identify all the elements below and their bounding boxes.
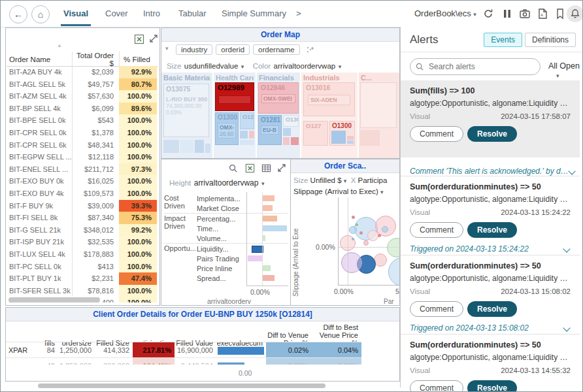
alert-card[interactable]: Sum(orderdurationminutes) => 50 algotype… [401,176,580,253]
bubble[interactable] [359,231,363,235]
table-row[interactable]: BIT-ISP BUY 21k$32,535100.0% [7,236,158,248]
treemap-node[interactable]: O1281 EU-B [258,115,282,145]
treemap-group-basic-materials[interactable]: Basic Materials O13075 L-RIO BUY 300 74,… [161,73,212,158]
bar[interactable] [262,205,273,211]
alert-card[interactable]: Sum(orderdurationminutes) => 50 algotype… [401,255,580,333]
table-row[interactable]: BIT-AGL SELL 5k$49,75780.7% [7,78,158,91]
alert-card[interactable]: Sum(fills) => 100 algotype:Opportunistic… [401,80,580,157]
tab-cover[interactable]: Cover [105,1,128,26]
window-horizontal-scrollbar[interactable] [38,384,325,388]
horizontal-scrollbar[interactable] [8,297,100,302]
table-grid-icon[interactable] [261,163,271,173]
bubble[interactable] [388,257,400,286]
bubble[interactable] [352,216,355,219]
tab-simple-summary[interactable]: Simple Summary [222,1,286,26]
breadcrumb-chip[interactable]: ordername [253,44,300,55]
expand-icon[interactable] [149,34,158,43]
status-filter-dropdown[interactable]: All Open ▾ [548,61,582,80]
pdf-export-icon[interactable]: A [537,8,548,20]
column-header[interactable]: % Filled [119,56,157,63]
panel-title[interactable]: Order Map [161,28,399,42]
treemap-node[interactable]: O1300 [329,121,355,146]
tab-visual[interactable]: Visual [63,1,88,26]
back-button[interactable]: ← [9,5,27,24]
expand-icon[interactable] [277,163,286,172]
table-row[interactable]: XPAR 84 1,250,000 414,332 217.81% 16,900… [6,342,399,357]
treemap-node[interactable]: O130 [283,115,299,127]
size-value-dropdown[interactable]: Unfilled $ [310,176,342,184]
comment-button[interactable]: Comment [410,222,463,238]
bubble[interactable] [387,238,400,257]
column-header[interactable]: Total Order $ [72,52,119,67]
table-row[interactable]: BIT-AZM SELL 4k$57,630100.0% [7,90,158,103]
home-button[interactable]: ⌂ [31,5,50,24]
alert-footer[interactable]: Comment 'This alert is acknowledged.' by… [410,167,576,176]
treemap-group-health-care[interactable]: Health Care O12989 O1300- OMX- 26,60 O12… [214,73,256,158]
table-row[interactable]: BIT-CPR SELL 0k$1,378100.0% [7,127,158,139]
table-row[interactable]: BIT-CPR SELL 6k$48,341100.0% [7,139,158,152]
table-row[interactable]: BIT-F BUY 9k$39,00939.3% [7,200,158,212]
treemap-node[interactable] [283,128,291,136]
color-value-dropdown[interactable]: arrivaltoordervwap [274,62,336,70]
treemap-node[interactable]: O13075 L-RIO BUY 300 74,300,000.00 0.03% [163,84,209,137]
table-row-clipped[interactable]: 42 1,250,000 306,362 104.49% 9,443,504 0… [6,357,399,365]
treemap-node[interactable] [283,137,290,145]
more-tabs-button[interactable]: > [296,1,301,26]
sort-indicator-icon[interactable]: ▲ [57,42,62,48]
add-level-icon[interactable] [306,45,315,54]
size-value-dropdown[interactable]: usdunfilledvalue [184,62,238,70]
comment-button[interactable]: Comment [410,380,463,392]
table-row[interactable]: BIT-G SELL 21k$348,01299.2% [7,224,158,237]
bubble[interactable] [349,226,357,234]
search-icon[interactable] [228,163,238,173]
excel-export-icon[interactable] [134,34,144,44]
column-header[interactable]: Order Name [7,56,72,63]
treemap-node[interactable] [195,140,204,153]
table-row[interactable]: BIT-SFER SELL 3k$78,816100.0% [7,285,158,297]
table-row[interactable]: BIT-LUX SELL 4k$178,883100.0% [7,248,158,261]
breadcrumb-chip[interactable]: industry [176,44,212,55]
height-value-dropdown[interactable]: arrivaltoordervwap [194,178,259,188]
tab-events[interactable]: Events [484,33,522,47]
pause-icon[interactable] [501,8,513,20]
treemap-node[interactable] [240,131,248,139]
table-row[interactable]: BIT-PC SELL 0k$413100.0% [7,261,158,273]
treemap-node[interactable] [291,137,299,145]
camera-icon[interactable] [519,8,531,20]
bubble[interactable] [356,223,358,226]
table-row[interactable]: BIT-BP SELL 4k$6,09989.6% [7,103,158,115]
comment-button[interactable]: Comment [410,126,463,142]
bubble[interactable] [367,230,378,241]
refresh-icon[interactable] [482,8,494,20]
treemap-node[interactable] [360,130,380,146]
treemap-node[interactable] [180,140,193,153]
bar[interactable] [262,195,275,201]
treemap-node-selected[interactable]: O12989 [215,82,254,111]
bubble[interactable] [363,240,369,246]
treemap-node[interactable]: O1300- OMX- 26,60 [215,112,239,145]
bar[interactable] [262,225,287,231]
y-value-dropdown[interactable]: Slippage (Arrival to Exec) [293,188,378,195]
treemap-node[interactable]: O127 [303,121,328,146]
alert-footer[interactable]: Triggered on 2024-03-13 15:08:02 [410,323,571,333]
resolve-button[interactable]: Resolve [467,222,517,238]
treemap-node[interactable]: O13016 SIX-ADEN [303,82,355,116]
search-input[interactable] [410,58,541,75]
treemap-node[interactable]: O12846 OMX-SWEI [258,82,299,114]
bar[interactable] [262,265,271,271]
comment-button[interactable]: Comment [410,301,463,317]
table-row[interactable]: BIT-BPE SELL 0k$543100.0% [7,114,158,127]
bubble[interactable] [374,253,387,267]
excel-export-icon[interactable] [245,163,255,173]
alert-footer[interactable]: Triggered on 2024-03-13 15:24:22 [410,244,571,253]
treemap-node[interactable] [292,128,299,136]
panel-title[interactable]: Order Sca.. [291,159,399,173]
bookmark-icon[interactable] [554,8,566,20]
bubble[interactable] [382,226,388,233]
treemap-node[interactable] [249,131,254,139]
alert-card[interactable]: Sum(orderdurationminutes) => 50 algotype… [401,335,580,392]
panel-title[interactable]: Client Order Details for Order EU-BNP BU… [6,308,399,321]
bar[interactable] [262,275,275,281]
treemap-node[interactable] [205,144,210,153]
table-row[interactable]: BIT-ENEL SELL ...$211,71297.3% [7,163,158,176]
